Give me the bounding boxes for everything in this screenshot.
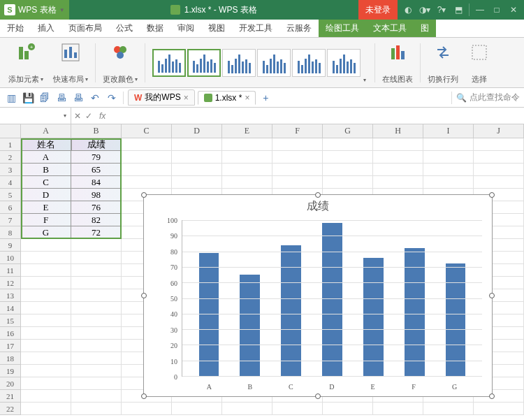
cell[interactable] [172, 164, 222, 176]
cell[interactable] [71, 403, 122, 415]
column-header[interactable]: D [172, 124, 222, 138]
tab-formula[interactable]: 公式 [109, 20, 140, 37]
new-icon[interactable]: ▥ [4, 91, 18, 105]
cell[interactable]: 76 [71, 201, 122, 214]
cell[interactable] [71, 352, 122, 365]
cell[interactable] [222, 164, 272, 176]
close-tab-icon[interactable]: × [245, 93, 249, 103]
column-header[interactable]: B [71, 124, 122, 138]
cell[interactable]: 72 [71, 226, 122, 239]
cell[interactable] [172, 176, 222, 189]
undo-icon[interactable]: ↶ [88, 91, 102, 105]
row-header[interactable]: 17 [0, 340, 21, 352]
cell[interactable] [423, 151, 474, 164]
login-badge[interactable]: 未登录 [358, 0, 398, 20]
cell[interactable] [71, 239, 122, 252]
cell[interactable]: C [21, 176, 71, 189]
cell[interactable] [272, 403, 323, 415]
chart-style-1[interactable] [152, 49, 186, 77]
cell[interactable] [21, 302, 71, 314]
resize-handle-ne[interactable] [489, 192, 495, 198]
redo-icon[interactable]: ↷ [105, 91, 119, 105]
resize-handle-sw[interactable] [141, 393, 147, 399]
chart-bar[interactable] [281, 245, 301, 376]
cell[interactable]: A [21, 151, 71, 164]
file-tab[interactable]: 1.xlsx * × [198, 91, 256, 105]
tab-devtools[interactable]: 开发工具 [232, 20, 279, 37]
resize-handle-nw[interactable] [141, 192, 147, 198]
resize-handle-se[interactable] [489, 393, 495, 399]
cell[interactable] [323, 403, 373, 415]
cell[interactable]: 成绩 [71, 138, 122, 151]
cell[interactable] [122, 164, 172, 176]
resize-handle-s[interactable] [315, 393, 321, 399]
cell[interactable] [71, 365, 122, 377]
chart-style-4[interactable] [257, 49, 291, 77]
row-header[interactable]: 16 [0, 327, 21, 340]
cell[interactable] [373, 138, 423, 151]
row-header[interactable]: 14 [0, 302, 21, 314]
cell[interactable] [21, 352, 71, 365]
row-header[interactable]: 21 [0, 390, 21, 403]
cell[interactable]: E [21, 201, 71, 214]
row-header[interactable]: 10 [0, 252, 21, 264]
chart-object[interactable]: 成绩 0102030405060708090100 ABCDEFG [143, 194, 493, 397]
cell[interactable] [323, 164, 373, 176]
row-header[interactable]: 1 [0, 138, 21, 151]
print-icon[interactable]: 🖶 [54, 91, 68, 105]
cell[interactable]: 98 [71, 189, 122, 201]
switch-rowcol-button[interactable]: 切换行列 [423, 40, 463, 86]
row-header[interactable]: 19 [0, 365, 21, 377]
row-header[interactable]: 18 [0, 352, 21, 365]
cell[interactable] [122, 176, 172, 189]
tab-insert[interactable]: 插入 [31, 20, 61, 37]
row-header[interactable]: 12 [0, 277, 21, 289]
cell[interactable] [373, 151, 423, 164]
quick-layout-button[interactable]: 快速布局▾ [49, 40, 92, 86]
cell[interactable] [323, 138, 373, 151]
cell[interactable]: 84 [71, 176, 122, 189]
cell[interactable]: B [21, 164, 71, 176]
confirm-icon[interactable]: ✓ [85, 111, 92, 121]
tab-data[interactable]: 数据 [140, 20, 170, 37]
cell[interactable] [373, 403, 423, 415]
add-tab-icon[interactable]: + [259, 91, 272, 105]
cell[interactable] [122, 151, 172, 164]
cell[interactable] [21, 340, 71, 352]
tab-view[interactable]: 视图 [201, 20, 232, 37]
cell[interactable] [172, 151, 222, 164]
cell[interactable] [474, 151, 524, 164]
cell[interactable] [21, 277, 71, 289]
chart-bar[interactable] [322, 223, 342, 376]
cell[interactable] [272, 138, 323, 151]
row-header[interactable]: 13 [0, 289, 21, 302]
cell[interactable] [21, 390, 71, 403]
cell[interactable] [21, 289, 71, 302]
cell[interactable] [222, 176, 272, 189]
add-element-button[interactable]: + 添加元素▾ [4, 40, 48, 86]
column-header[interactable]: J [474, 124, 524, 138]
chart-bar[interactable] [363, 258, 384, 376]
cell[interactable] [21, 314, 71, 327]
cell[interactable] [21, 239, 71, 252]
cell[interactable] [71, 377, 122, 390]
cell[interactable] [21, 365, 71, 377]
cell[interactable] [122, 403, 172, 415]
tab-chart[interactable]: 图 [414, 20, 436, 37]
cell[interactable] [71, 314, 122, 327]
row-header[interactable]: 22 [0, 403, 21, 415]
row-header[interactable]: 8 [0, 226, 21, 239]
cell[interactable] [21, 252, 71, 264]
cell[interactable] [222, 403, 272, 415]
close-tab-icon[interactable]: × [184, 93, 189, 103]
cell[interactable] [323, 176, 373, 189]
formula-input[interactable] [110, 108, 524, 124]
row-header[interactable]: 11 [0, 264, 21, 277]
select-all-corner[interactable] [0, 124, 21, 138]
select-button[interactable]: 选择 [464, 40, 495, 86]
chart-bar[interactable] [446, 263, 466, 376]
cell[interactable] [172, 138, 222, 151]
chart-style-3[interactable] [222, 49, 256, 77]
cell[interactable] [71, 390, 122, 403]
command-search[interactable]: 🔍 点此查找命令 [456, 92, 520, 103]
